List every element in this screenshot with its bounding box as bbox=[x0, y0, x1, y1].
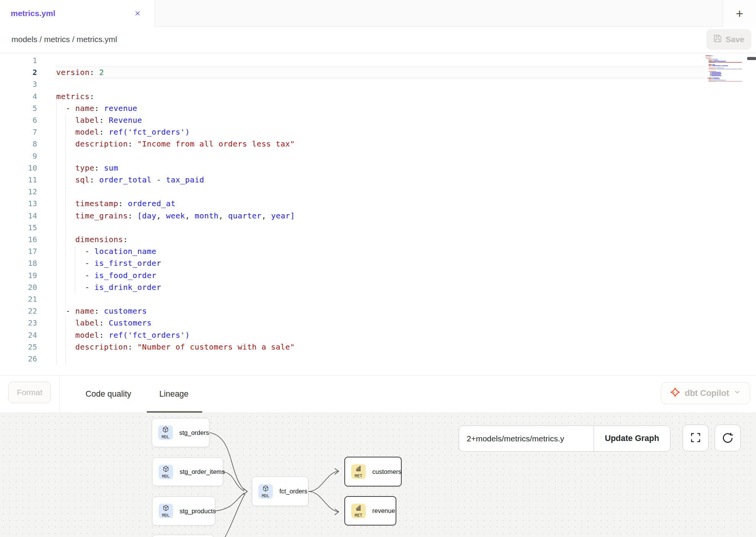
line-number: 25 bbox=[0, 341, 37, 353]
code-line[interactable]: - is_food_order bbox=[56, 270, 156, 282]
dbt-copilot-button[interactable]: dbt Copilot bbox=[661, 382, 750, 404]
minimap-line bbox=[715, 68, 717, 68]
code-line[interactable]: - location_name bbox=[56, 246, 156, 257]
code-line[interactable]: label: Revenue bbox=[56, 114, 142, 126]
code-line[interactable]: - name: revenue bbox=[56, 103, 137, 114]
lineage-node-fct_orders[interactable]: MDLfct_orders bbox=[252, 477, 308, 506]
line-number: 12 bbox=[0, 186, 37, 198]
line-number: 17 bbox=[0, 246, 37, 257]
tab-metrics-yml[interactable]: metrics.yml bbox=[0, 0, 155, 27]
dbt-copilot-icon bbox=[670, 387, 680, 400]
minimap-line bbox=[714, 60, 719, 61]
tab-bar: metrics.yml + bbox=[0, 0, 756, 27]
lineage-node-revenue[interactable]: METrevenue bbox=[344, 496, 396, 526]
minimap-line bbox=[711, 73, 722, 74]
indent-guide bbox=[56, 222, 57, 234]
code-editor[interactable]: 12version: 234metrics:5 - name: revenue6… bbox=[0, 53, 756, 375]
minimap-line bbox=[712, 55, 713, 56]
code-line[interactable]: model: ref('fct_orders') bbox=[56, 329, 190, 341]
format-button[interactable]: Format bbox=[8, 382, 51, 403]
code-line[interactable]: sql: order_total - tax_paid bbox=[56, 174, 204, 186]
close-tab-icon[interactable] bbox=[134, 10, 141, 17]
lineage-node-stg_products[interactable]: MDLstg_products bbox=[152, 496, 215, 526]
node-label: stg_products bbox=[180, 508, 216, 515]
graph-selector-input[interactable] bbox=[459, 426, 594, 451]
bar-chart-icon bbox=[355, 504, 362, 513]
line-number: 2 bbox=[0, 67, 37, 78]
minimap-line bbox=[713, 78, 719, 78]
line-number: 24 bbox=[0, 329, 37, 341]
minimap-line bbox=[709, 64, 712, 65]
lineage-graph-canvas[interactable]: MDLstg_ordersMDLstg_order_itemsMDLstg_pr… bbox=[0, 413, 756, 537]
code-line[interactable]: version: 2 bbox=[56, 67, 104, 78]
minimap-line bbox=[741, 69, 742, 70]
indent-guide bbox=[65, 293, 66, 305]
minimap-line bbox=[711, 58, 711, 59]
new-tab-button[interactable]: + bbox=[734, 8, 745, 19]
tab-code-quality[interactable]: Code quality bbox=[75, 376, 142, 413]
line-number: 6 bbox=[0, 114, 37, 126]
indent-guide bbox=[65, 150, 66, 162]
minimap-line bbox=[709, 71, 716, 72]
code-line[interactable]: - name: customers bbox=[56, 305, 147, 317]
line-number: 26 bbox=[0, 353, 37, 365]
code-line[interactable]: label: Customers bbox=[56, 317, 152, 329]
tab-bar-empty-area bbox=[155, 0, 722, 27]
tab-title: metrics.yml bbox=[11, 9, 55, 18]
fullscreen-icon bbox=[690, 432, 701, 444]
refresh-graph-button[interactable] bbox=[715, 425, 741, 451]
line-number: 16 bbox=[0, 234, 37, 246]
minimap-line bbox=[727, 69, 730, 70]
minimap-line bbox=[709, 61, 712, 62]
line-number: 19 bbox=[0, 270, 37, 282]
minimap[interactable] bbox=[704, 54, 743, 138]
line-number: 8 bbox=[0, 138, 37, 150]
lineage-node-customers[interactable]: METcustomers bbox=[344, 457, 402, 487]
code-line[interactable]: - is_first_order bbox=[56, 257, 161, 269]
chevron-down-icon bbox=[733, 388, 741, 398]
badge-type-label: MET bbox=[355, 513, 362, 517]
minimap-line bbox=[709, 78, 712, 78]
indent-guide bbox=[65, 353, 66, 365]
cube-icon bbox=[162, 465, 169, 474]
code-line[interactable]: description: "Income from all orders les… bbox=[56, 138, 295, 150]
fullscreen-button[interactable] bbox=[683, 425, 709, 451]
code-line[interactable]: time_grains: [day, week, month, quarter,… bbox=[56, 210, 295, 222]
code-line[interactable]: model: ref('fct_orders') bbox=[56, 126, 190, 138]
code-line[interactable]: dimensions: bbox=[56, 234, 128, 246]
mdl-badge: MDL bbox=[159, 465, 173, 479]
line-number: 5 bbox=[0, 103, 37, 114]
minimap-line bbox=[711, 74, 721, 75]
node-label: revenue bbox=[372, 507, 395, 514]
save-button[interactable]: Save bbox=[706, 29, 751, 50]
lineage-node-stg_order_items[interactable]: MDLstg_order_items bbox=[152, 457, 223, 486]
minimap-line bbox=[709, 68, 715, 68]
minimap-line bbox=[706, 55, 711, 56]
refresh-icon bbox=[722, 431, 734, 445]
line-number: 1 bbox=[0, 55, 37, 67]
cube-icon bbox=[162, 504, 169, 513]
file-header-row: models / metrics / metrics.yml Save bbox=[0, 27, 756, 53]
lineage-node-partial_node[interactable]: MDL bbox=[152, 535, 214, 537]
line-number: 18 bbox=[0, 257, 37, 269]
line-number: 4 bbox=[0, 91, 37, 103]
code-line[interactable]: timestamp: ordered_at bbox=[56, 198, 175, 210]
code-line[interactable]: type: sum bbox=[56, 162, 118, 174]
update-graph-button[interactable]: Update Graph bbox=[594, 426, 670, 451]
badge-type-label: MET bbox=[355, 474, 362, 478]
tab-lineage[interactable]: Lineage bbox=[151, 376, 196, 413]
node-label: fct_orders bbox=[279, 488, 307, 495]
minimap-line bbox=[716, 71, 717, 72]
indent-guide bbox=[65, 222, 66, 234]
code-line[interactable]: metrics: bbox=[56, 91, 94, 103]
line-number: 22 bbox=[0, 305, 37, 317]
scroll-indicator[interactable] bbox=[747, 57, 756, 60]
code-line[interactable]: description: "Number of customers with a… bbox=[56, 341, 295, 353]
toolbar-divider bbox=[60, 376, 60, 413]
lineage-node-stg_orders[interactable]: MDLstg_orders bbox=[152, 418, 209, 447]
new-tab-section: + bbox=[722, 0, 756, 27]
met-badge: MET bbox=[351, 464, 366, 479]
line-number: 14 bbox=[0, 210, 37, 222]
indent-guide bbox=[56, 353, 57, 365]
code-line[interactable]: - is_drink_order bbox=[56, 282, 161, 293]
